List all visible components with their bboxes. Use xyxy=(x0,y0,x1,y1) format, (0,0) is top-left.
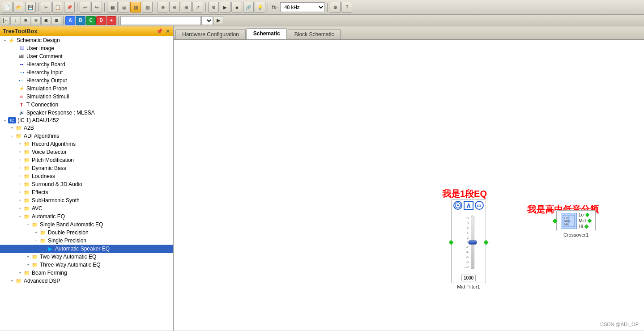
toolbar-btn-link[interactable]: 🔗 xyxy=(243,2,254,13)
toggle-effects[interactable]: + xyxy=(17,189,23,195)
sidebar-pin-icon[interactable]: 📌 xyxy=(156,28,163,34)
toolbar-btn-grid[interactable]: ▦ xyxy=(107,2,118,13)
toolbar-btn-ic[interactable]: 💡 xyxy=(255,2,265,13)
fmt-btn-A[interactable]: A xyxy=(65,16,75,25)
mid-filter-box[interactable]: ∧ ω 1086420- xyxy=(451,199,486,283)
mid-filter-btn-wave[interactable]: ∧ xyxy=(464,201,473,210)
sample-rate-dropdown[interactable]: 48 kHz 44.1 kHz 96 kHz xyxy=(280,2,325,12)
sidebar-item-hierarchy-output[interactable]: ▪→ Hierarchy Output xyxy=(0,76,173,85)
component-mid-filter[interactable]: ∧ ω 1086420- xyxy=(451,199,486,289)
toolbar-btn-copy[interactable]: 📋 xyxy=(52,2,63,13)
sidebar-item-dynamic-bass[interactable]: + 📁 Dynamic Bass xyxy=(0,164,173,172)
toggle-single-precision[interactable]: − xyxy=(33,238,39,244)
toolbar-btn-route[interactable]: ↗ xyxy=(192,2,203,13)
sidebar-item-automatic-eq[interactable]: − 📁 Automatic EQ xyxy=(0,212,173,221)
toolbar-btn-paste[interactable]: 📌 xyxy=(64,2,75,13)
toolbar-btn-stop[interactable]: ■ xyxy=(231,2,242,13)
sidebar-item-record-algorithms[interactable]: + 📁 Record Algorithms xyxy=(0,140,173,148)
format-dropdown[interactable] xyxy=(201,16,213,25)
toolbar-btn-zoom-in[interactable]: ⊕ xyxy=(158,2,168,13)
sidebar-item-loudness[interactable]: + 📁 Loudness xyxy=(0,172,173,180)
toolbar-btn-zoom-out[interactable]: ⊖ xyxy=(169,2,180,13)
toggle-voice[interactable]: + xyxy=(17,149,23,155)
fmt-btn-B[interactable]: B xyxy=(76,16,85,25)
toggle-pitch[interactable]: + xyxy=(17,157,23,163)
eq-slider-track[interactable] xyxy=(471,216,474,269)
toolbar-btn-undo[interactable]: ↩ xyxy=(80,2,90,13)
sidebar-item-a2b[interactable]: + 📁 A2B xyxy=(0,124,173,132)
toggle-subharmonic[interactable]: + xyxy=(17,197,23,204)
sidebar-item-advanced-dsp[interactable]: + 📁 Advanced DSP xyxy=(0,277,173,285)
fmt-btn-3[interactable]: ⊞ xyxy=(21,16,30,25)
sidebar-item-pitch-modification[interactable]: + 📁 Pitch Modification xyxy=(0,156,173,164)
sidebar-item-hierarchy-input[interactable]: →▪ Hierarchy Input xyxy=(0,68,173,76)
toolbar-btn-compile[interactable]: ⚙ xyxy=(208,2,219,13)
toolbar-btn-save[interactable]: 💾 xyxy=(25,2,36,13)
fmt-btn-4[interactable]: ⊟ xyxy=(31,16,41,25)
sidebar-item-subharmonic[interactable]: + 📁 SubHarmonic Synth xyxy=(0,196,173,204)
toggle-schematic-design[interactable]: − xyxy=(2,37,8,43)
toolbar-btn-cut[interactable]: ✂ xyxy=(41,2,51,13)
sidebar-item-simulation-stimuli[interactable]: ≋ Simulation Stimuli xyxy=(0,93,173,101)
tab-hardware-config[interactable]: Hardware Configuration xyxy=(175,29,246,39)
toggle-surround[interactable]: + xyxy=(17,181,23,187)
component-crossover[interactable]: Lo Mid Hi Lo Mid xyxy=(556,210,596,238)
toggle-record[interactable]: + xyxy=(17,141,23,147)
sidebar-item-t-connection[interactable]: T T Connection xyxy=(0,101,173,109)
sidebar-item-beam-forming[interactable]: + 📁 Beam Forming xyxy=(0,269,173,277)
toolbar-btn-run[interactable]: ▶ xyxy=(220,2,230,13)
sidebar-item-voice-detector[interactable]: + 📁 Voice Detector xyxy=(0,148,173,156)
sidebar-item-hierarchy-board[interactable]: ▪▪ Hierarchy Board xyxy=(0,60,173,68)
fmt-btn-plus[interactable]: + xyxy=(107,16,116,25)
toolbar-btn-new[interactable]: 📄 xyxy=(2,2,13,13)
toggle-loudness[interactable]: + xyxy=(17,173,23,179)
fmt-btn-2[interactable]: ↕ xyxy=(10,16,20,25)
sidebar-item-effects[interactable]: + 📁 Effects xyxy=(0,188,173,196)
sidebar-item-three-way[interactable]: + 📁 Three-Way Automatic EQ xyxy=(0,261,173,269)
sidebar-item-schematic-design[interactable]: − ⚡ Schematic Design xyxy=(0,36,173,44)
toggle-auto-eq[interactable]: − xyxy=(17,213,23,220)
toolbar-btn-settings[interactable]: ⚙ xyxy=(330,2,341,13)
sidebar-item-ic-adau1452[interactable]: − IC (IC 1) ADAU1452 xyxy=(0,117,173,124)
toggle-double-precision[interactable]: + xyxy=(33,229,39,236)
sidebar-item-two-way[interactable]: + 📁 Two-Way Automatic EQ xyxy=(0,253,173,261)
toggle-advanced-dsp[interactable]: + xyxy=(9,278,15,284)
sidebar-close-icon[interactable]: ✕ xyxy=(166,28,170,34)
fmt-btn-C[interactable]: C xyxy=(86,16,96,25)
tab-schematic[interactable]: Schematic xyxy=(247,28,287,39)
toolbar-btn-zoom-fit[interactable]: ⊞ xyxy=(181,2,192,13)
toolbar-btn-view1[interactable]: ▥ xyxy=(130,2,141,13)
sidebar-item-user-image[interactable]: 🖼 User Image xyxy=(0,44,173,52)
fmt-btn-1[interactable]: |← xyxy=(2,16,10,25)
toolbar-btn-help[interactable]: ? xyxy=(341,2,352,13)
sidebar-item-simulation-probe[interactable]: ⚡ Simulation Probe xyxy=(0,85,173,93)
toggle-three-way[interactable]: + xyxy=(25,262,31,268)
toggle-ic[interactable]: − xyxy=(2,117,8,123)
toolbar-btn-view2[interactable]: ▧ xyxy=(142,2,153,13)
toggle-single-band[interactable]: − xyxy=(25,221,31,228)
toolbar-btn-layout[interactable]: ▤ xyxy=(119,2,129,13)
toggle-a2b[interactable]: + xyxy=(9,125,15,131)
toggle-adi[interactable]: − xyxy=(9,133,15,139)
mid-filter-btn-omega[interactable]: ω xyxy=(475,201,484,210)
toolbar-btn-open[interactable]: 📂 xyxy=(13,2,24,13)
fmt-btn-D[interactable]: D xyxy=(96,16,106,25)
sidebar-item-adi-algorithms[interactable]: − 📁 ADI Algorithms xyxy=(0,132,173,140)
toggle-avc[interactable]: + xyxy=(17,205,23,212)
sidebar-item-speaker-response[interactable]: 🔊 Speaker Response : MLSSA xyxy=(0,109,173,117)
toggle-beam[interactable]: + xyxy=(17,270,23,276)
sidebar-item-single-precision[interactable]: − 📁 Single Precision xyxy=(0,237,173,245)
sidebar-item-auto-speaker-eq[interactable]: ▶ Automatic Speaker EQ xyxy=(0,245,173,253)
tab-block-schematic[interactable]: Block Schematic xyxy=(288,29,341,39)
fmt-btn-6[interactable]: ▥ xyxy=(51,16,61,25)
sidebar-item-avc[interactable]: + 📁 AVC xyxy=(0,204,173,212)
mid-filter-btn-settings[interactable] xyxy=(453,201,462,210)
format-text-input[interactable] xyxy=(120,16,201,25)
fmt-btn-5[interactable]: ▣ xyxy=(41,16,51,25)
sidebar-item-single-band[interactable]: − 📁 Single Band Automatic EQ xyxy=(0,221,173,229)
eq-slider-thumb[interactable] xyxy=(469,241,477,245)
sidebar-item-user-comment[interactable]: abl User Comment xyxy=(0,52,173,60)
sidebar-item-surround[interactable]: + 📁 Surround & 3D Audio xyxy=(0,180,173,188)
toolbar-btn-redo[interactable]: ↪ xyxy=(91,2,102,13)
crossover-box[interactable]: Lo Mid Hi Lo Mid xyxy=(556,210,596,231)
